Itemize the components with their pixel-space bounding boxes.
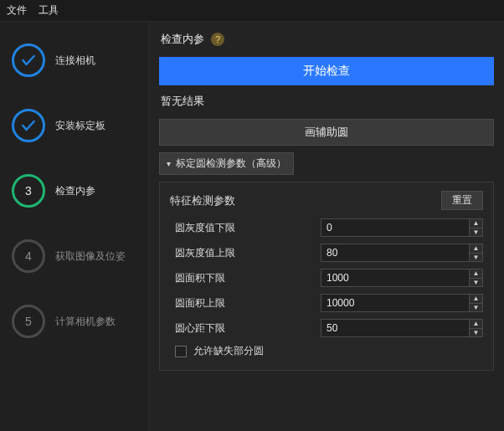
- spin-btns: ▲ ▼: [469, 219, 482, 236]
- menu-file[interactable]: 文件: [7, 3, 27, 18]
- checkbox-allow-missing-label: 允许缺失部分圆: [193, 344, 264, 358]
- row-center-dist-min: 圆心距下限 ▲ ▼: [170, 319, 483, 337]
- checkbox-allow-missing[interactable]: [175, 346, 187, 357]
- step-4-circle: 4: [12, 239, 45, 273]
- menu-tools[interactable]: 工具: [39, 3, 59, 18]
- spin-btns: ▲ ▼: [469, 269, 482, 286]
- sidebar: 连接相机 安装标定板 3 检查内参 4 获取图像及位姿 5 计算相机参数: [0, 22, 149, 431]
- page-title: 检查内参: [161, 32, 204, 47]
- spin-btns: ▲ ▼: [469, 244, 482, 261]
- spin-btns: ▲ ▼: [469, 320, 482, 336]
- reset-button[interactable]: 重置: [441, 191, 483, 210]
- spin-gray-max: ▲ ▼: [321, 244, 483, 262]
- main-header: 检查内参 ?: [149, 22, 504, 52]
- app-body: 连接相机 安装标定板 3 检查内参 4 获取图像及位姿 5 计算相机参数 检查内…: [0, 22, 504, 431]
- step-2-circle: [12, 109, 45, 142]
- check-icon: [20, 52, 37, 69]
- spin-up-icon[interactable]: ▲: [470, 320, 482, 329]
- spin-up-icon[interactable]: ▲: [470, 269, 482, 279]
- spin-center-dist-min: ▲ ▼: [321, 319, 483, 337]
- main-panel: 检查内参 ? 开始检查 暂无结果 画辅助圆 ▾ 标定圆检测参数（高级） 特征检测…: [149, 22, 504, 431]
- calibration-params-section-header[interactable]: ▾ 标定圆检测参数（高级）: [159, 152, 294, 175]
- spin-down-icon[interactable]: ▼: [470, 304, 482, 312]
- step-4-label: 获取图像及位姿: [55, 249, 126, 264]
- step-2[interactable]: 安装标定板: [12, 109, 138, 142]
- spin-up-icon[interactable]: ▲: [470, 295, 482, 304]
- step-3-circle: 3: [12, 174, 45, 208]
- row-gray-max: 圆灰度值上限 ▲ ▼: [170, 244, 483, 262]
- check-icon: [20, 117, 37, 134]
- feature-detection-panel: 特征检测参数 重置 圆灰度值下限 ▲ ▼ 圆灰度值上限: [159, 182, 494, 371]
- help-icon[interactable]: ?: [211, 33, 224, 46]
- row-allow-missing: 允许缺失部分圆: [170, 344, 483, 358]
- spin-down-icon[interactable]: ▼: [470, 329, 482, 337]
- step-1[interactable]: 连接相机: [12, 44, 138, 77]
- input-gray-min[interactable]: [321, 219, 469, 236]
- label-area-min: 圆面积下限: [170, 271, 321, 285]
- label-center-dist-min: 圆心距下限: [170, 321, 321, 336]
- step-3[interactable]: 3 检查内参: [12, 174, 138, 208]
- spin-up-icon[interactable]: ▲: [470, 244, 482, 254]
- start-check-button[interactable]: 开始检查: [159, 57, 494, 85]
- spin-gray-min: ▲ ▼: [321, 218, 483, 237]
- step-5-label: 计算相机参数: [55, 315, 116, 329]
- step-2-label: 安装标定板: [55, 119, 105, 133]
- row-gray-min: 圆灰度值下限 ▲ ▼: [170, 218, 483, 237]
- step-5[interactable]: 5 计算相机参数: [12, 305, 138, 338]
- spin-down-icon[interactable]: ▼: [470, 228, 482, 237]
- panel-title-row: 特征检测参数 重置: [170, 191, 483, 210]
- input-area-max[interactable]: [321, 295, 469, 311]
- step-3-label: 检查内参: [55, 184, 95, 198]
- spin-area-min: ▲ ▼: [321, 269, 483, 287]
- step-1-label: 连接相机: [55, 54, 95, 68]
- label-gray-max: 圆灰度值上限: [170, 246, 321, 260]
- input-area-min[interactable]: [321, 269, 469, 286]
- label-gray-min: 圆灰度值下限: [170, 221, 321, 235]
- section-header-label: 标定圆检测参数（高级）: [176, 156, 286, 171]
- spin-down-icon[interactable]: ▼: [470, 279, 482, 287]
- step-5-circle: 5: [12, 305, 45, 338]
- input-center-dist-min[interactable]: [321, 320, 469, 336]
- spin-up-icon[interactable]: ▲: [470, 219, 482, 228]
- row-area-min: 圆面积下限 ▲ ▼: [170, 269, 483, 287]
- spin-btns: ▲ ▼: [469, 295, 482, 311]
- step-1-circle: [12, 44, 45, 77]
- spin-area-max: ▲ ▼: [321, 294, 483, 312]
- spin-down-icon[interactable]: ▼: [470, 254, 482, 262]
- main-content: 开始检查 暂无结果 画辅助圆 ▾ 标定圆检测参数（高级） 特征检测参数 重置 圆…: [149, 52, 504, 381]
- input-gray-max[interactable]: [321, 244, 469, 261]
- draw-aux-circle-button[interactable]: 画辅助圆: [159, 119, 494, 146]
- label-area-max: 圆面积上限: [170, 296, 321, 310]
- chevron-down-icon: ▾: [167, 159, 171, 168]
- row-area-max: 圆面积上限 ▲ ▼: [170, 294, 483, 312]
- status-text: 暂无结果: [159, 92, 494, 112]
- step-4[interactable]: 4 获取图像及位姿: [12, 239, 138, 273]
- panel-title: 特征检测参数: [170, 193, 235, 208]
- menubar: 文件 工具: [0, 0, 504, 22]
